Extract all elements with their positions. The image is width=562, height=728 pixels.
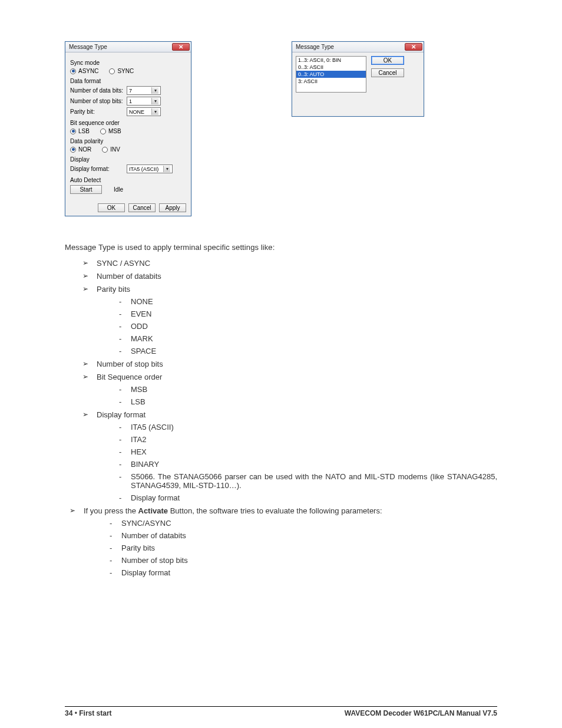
dialog-title: Message Type bbox=[296, 44, 334, 50]
list-item: LSB bbox=[123, 397, 497, 406]
list-item[interactable]: 3: ASCII bbox=[296, 78, 366, 85]
list-item: ODD bbox=[123, 322, 497, 331]
group-bitseq: Bit sequence order bbox=[70, 120, 186, 126]
list-item: Parity bits NONE EVEN ODD MARK SPACE bbox=[86, 285, 497, 355]
radio-msb[interactable]: MSB bbox=[100, 128, 121, 134]
screenshot-row: Message Type ✕ Sync mode ASYNC SYNC Data… bbox=[65, 41, 497, 216]
group-data-format: Data format bbox=[70, 78, 186, 84]
group-display: Display bbox=[70, 156, 186, 163]
dialog-title: Message Type bbox=[69, 44, 107, 50]
dialog-message-type-list: Message Type ✕ 1..3: ASCII, 0: BIN 0..3:… bbox=[292, 41, 424, 117]
list-item: Bit Sequence order MSB LSB bbox=[86, 373, 497, 406]
group-polarity: Data polarity bbox=[70, 138, 186, 144]
dialog-message-type-settings: Message Type ✕ Sync mode ASYNC SYNC Data… bbox=[65, 41, 191, 216]
autodetect-status: Idle bbox=[114, 186, 123, 193]
list-item: MSB bbox=[123, 385, 497, 394]
radio-inv[interactable]: INV bbox=[102, 146, 120, 153]
list-item: BINARY bbox=[123, 460, 497, 469]
list-item: Parity bits bbox=[113, 543, 497, 552]
list-item: SYNC/ASYNC bbox=[113, 519, 497, 528]
list-item: If you press the Activate Button, the so… bbox=[73, 506, 497, 577]
list-item: Display format bbox=[113, 568, 497, 577]
cancel-button[interactable]: Cancel bbox=[128, 203, 156, 212]
apply-button[interactable]: Apply bbox=[159, 203, 186, 212]
list-item: S5066. The STANAG5066 parser can be used… bbox=[123, 472, 497, 490]
list-item: SPACE bbox=[123, 347, 497, 355]
cancel-button[interactable]: Cancel bbox=[371, 68, 404, 77]
list-item: SYNC / ASYNC bbox=[86, 259, 497, 268]
radio-nor[interactable]: NOR bbox=[70, 146, 91, 153]
label-databits: Number of data bits: bbox=[70, 87, 124, 94]
message-type-list[interactable]: 1..3: ASCII, 0: BIN 0..3: ASCII 0..3: AU… bbox=[296, 56, 366, 93]
manual-title: WAVECOM Decoder W61PC/LAN Manual V7.5 bbox=[345, 709, 497, 717]
select-databits[interactable]: 7▾ bbox=[127, 86, 161, 95]
chevron-down-icon: ▾ bbox=[151, 98, 158, 104]
intro-text: Message Type is used to apply terminal s… bbox=[65, 243, 497, 252]
list-item: ITA2 bbox=[123, 435, 497, 444]
group-autodetect: Auto Detect bbox=[70, 177, 186, 183]
list-item[interactable]: 0..3: AUTO bbox=[296, 71, 366, 78]
chevron-down-icon: ▾ bbox=[163, 166, 170, 172]
radio-lsb[interactable]: LSB bbox=[70, 128, 90, 134]
titlebar: Message Type ✕ bbox=[292, 42, 424, 52]
label-display-format: Display format: bbox=[70, 166, 124, 172]
list-item: Number of stop bits bbox=[86, 360, 497, 368]
list-item: MARK bbox=[123, 334, 497, 343]
list-item: Number of databits bbox=[113, 531, 497, 540]
select-display-format[interactable]: ITA5 (ASCII)▾ bbox=[127, 164, 173, 173]
chevron-down-icon: ▾ bbox=[151, 108, 158, 115]
titlebar: Message Type ✕ bbox=[65, 42, 191, 52]
list-item[interactable]: 1..3: ASCII, 0: BIN bbox=[296, 57, 366, 64]
activate-word: Activate bbox=[138, 506, 168, 515]
section-name: First start bbox=[79, 709, 111, 717]
page-number: 34 bbox=[65, 709, 72, 717]
list-item: Number of databits bbox=[86, 272, 497, 281]
start-button[interactable]: Start bbox=[70, 185, 102, 194]
bullet-icon: • bbox=[75, 709, 77, 717]
list-item: Display format ITA5 (ASCII) ITA2 HEX BIN… bbox=[86, 410, 497, 502]
list-item: ITA5 (ASCII) bbox=[123, 423, 497, 431]
chevron-down-icon: ▾ bbox=[151, 87, 158, 94]
radio-async[interactable]: ASYNC bbox=[70, 68, 98, 74]
settings-list: SYNC / ASYNC Number of databits Parity b… bbox=[65, 259, 497, 502]
label-parity: Parity bit: bbox=[70, 108, 124, 115]
group-sync-mode: Sync mode bbox=[70, 60, 186, 66]
activate-list: If you press the Activate Button, the so… bbox=[65, 506, 497, 577]
select-stopbits[interactable]: 1▾ bbox=[127, 97, 161, 106]
list-item: Display format bbox=[123, 493, 497, 502]
page-footer: 34 • First start WAVECOM Decoder W61PC/L… bbox=[65, 706, 497, 717]
ok-button[interactable]: OK bbox=[371, 56, 404, 65]
list-item[interactable]: 0..3: ASCII bbox=[296, 64, 366, 71]
list-item: EVEN bbox=[123, 309, 497, 318]
label-stopbits: Number of stop bits: bbox=[70, 98, 124, 104]
close-icon[interactable]: ✕ bbox=[405, 43, 422, 51]
list-item: NONE bbox=[123, 297, 497, 306]
list-item: Number of stop bits bbox=[113, 556, 497, 565]
close-icon[interactable]: ✕ bbox=[172, 43, 190, 51]
radio-sync[interactable]: SYNC bbox=[109, 68, 134, 74]
list-item: HEX bbox=[123, 447, 497, 456]
select-parity[interactable]: NONE▾ bbox=[127, 107, 161, 116]
ok-button[interactable]: OK bbox=[98, 203, 125, 212]
